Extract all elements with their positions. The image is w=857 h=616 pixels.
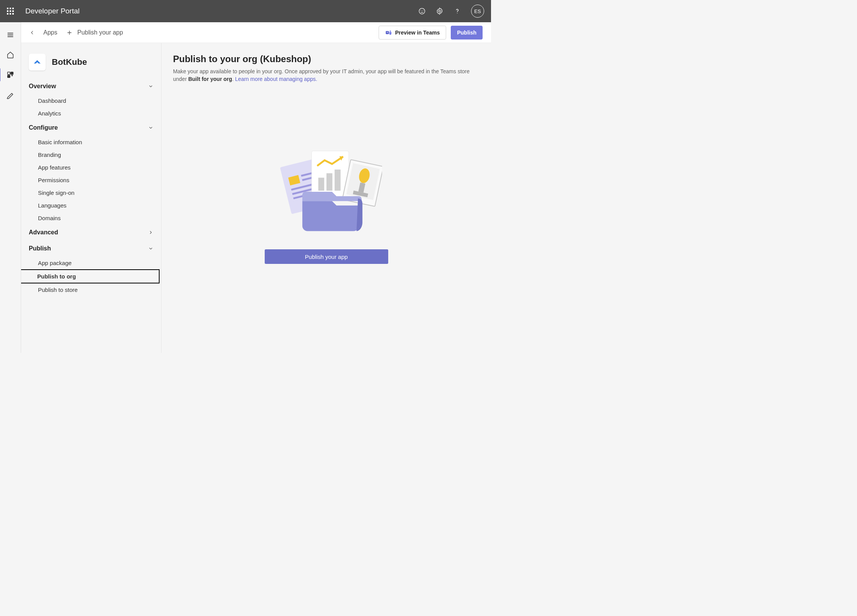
svg-point-3	[439, 10, 441, 12]
sub-header: Apps ＋ Publish your app T Preview in Tea…	[21, 22, 491, 43]
breadcrumb-current: ＋ Publish your app	[66, 27, 123, 38]
svg-rect-9	[11, 72, 13, 74]
svg-rect-25	[335, 170, 340, 191]
chevron-right-icon	[148, 230, 153, 235]
svg-point-4	[457, 13, 458, 13]
chevron-down-icon	[148, 246, 153, 251]
top-header-right: ES	[418, 5, 484, 18]
sidebar-item-publish-to-store[interactable]: Publish to store	[21, 283, 161, 296]
publish-button[interactable]: Publish	[451, 26, 483, 40]
preview-in-teams-button[interactable]: T Preview in Teams	[379, 26, 446, 40]
sidebar-item-domains[interactable]: Domains	[21, 212, 161, 224]
svg-point-2	[423, 10, 424, 11]
section-publish-label: Publish	[29, 245, 51, 252]
sidebar-item-app-package[interactable]: App package	[21, 257, 161, 269]
left-rail	[0, 22, 21, 353]
sidebar-item-dashboard[interactable]: Dashboard	[21, 94, 161, 107]
svg-point-13	[390, 30, 391, 31]
sidebar-item-languages[interactable]: Languages	[21, 199, 161, 212]
publish-label: Publish	[457, 30, 476, 36]
app-header: BotKube	[21, 54, 161, 78]
plus-icon: ＋	[66, 27, 73, 38]
svg-rect-24	[326, 173, 332, 191]
feedback-icon[interactable]	[418, 7, 426, 15]
breadcrumb-current-label: Publish your app	[77, 29, 123, 36]
sidebar-item-app-features[interactable]: App features	[21, 161, 161, 174]
content-column: Apps ＋ Publish your app T Preview in Tea…	[21, 22, 491, 353]
breadcrumb: Apps ＋ Publish your app	[30, 27, 123, 38]
back-icon[interactable]	[30, 30, 35, 35]
preview-label: Preview in Teams	[395, 30, 440, 36]
svg-rect-23	[318, 178, 324, 191]
portal-title: Developer Portal	[25, 7, 80, 15]
section-advanced-label: Advanced	[29, 229, 58, 236]
hamburger-icon[interactable]	[5, 30, 15, 40]
sidebar-item-permissions[interactable]: Permissions	[21, 174, 161, 186]
breadcrumb-apps[interactable]: Apps	[43, 29, 57, 36]
body-split: BotKube Overview Dashboard Analytics Con…	[21, 43, 491, 353]
chevron-down-icon	[148, 84, 153, 89]
apps-icon[interactable]	[5, 70, 15, 80]
section-overview-label: Overview	[29, 83, 56, 90]
hero-section: Publish your app	[173, 68, 480, 342]
help-icon[interactable]	[453, 7, 461, 15]
main-layout: Apps ＋ Publish your app T Preview in Tea…	[0, 22, 491, 353]
sidebar-item-publish-to-org[interactable]: Publish to org	[21, 269, 160, 283]
app-launcher-icon[interactable]	[7, 8, 14, 15]
app-logo	[29, 54, 46, 71]
svg-point-1	[421, 10, 422, 11]
top-header: Developer Portal ES	[0, 0, 491, 22]
app-sidebar: BotKube Overview Dashboard Analytics Con…	[21, 43, 162, 353]
svg-text:T: T	[387, 31, 388, 34]
svg-rect-10	[8, 75, 10, 77]
section-publish[interactable]: Publish	[21, 240, 161, 257]
sidebar-item-sso[interactable]: Single sign-on	[21, 186, 161, 199]
tools-icon[interactable]	[5, 90, 15, 100]
sidebar-item-analytics[interactable]: Analytics	[21, 107, 161, 120]
section-overview[interactable]: Overview	[21, 78, 161, 94]
home-icon[interactable]	[5, 50, 15, 60]
sidebar-item-branding[interactable]: Branding	[21, 148, 161, 161]
app-name: BotKube	[52, 57, 87, 67]
page-title: Publish to your org (Kubeshop)	[173, 54, 480, 64]
section-advanced[interactable]: Advanced	[21, 224, 161, 240]
publish-illustration	[271, 146, 382, 238]
svg-point-0	[419, 8, 425, 14]
sub-header-actions: T Preview in Teams Publish	[379, 26, 483, 40]
teams-icon: T	[385, 29, 392, 36]
settings-icon[interactable]	[436, 7, 443, 15]
svg-rect-8	[8, 72, 10, 74]
chevron-down-icon	[148, 125, 153, 130]
section-configure[interactable]: Configure	[21, 120, 161, 136]
section-configure-label: Configure	[29, 124, 58, 131]
user-avatar[interactable]: ES	[471, 5, 484, 18]
main-panel: Publish to your org (Kubeshop) Make your…	[162, 43, 491, 353]
publish-your-app-button[interactable]: Publish your app	[265, 249, 388, 264]
sidebar-item-basic-info[interactable]: Basic information	[21, 136, 161, 148]
